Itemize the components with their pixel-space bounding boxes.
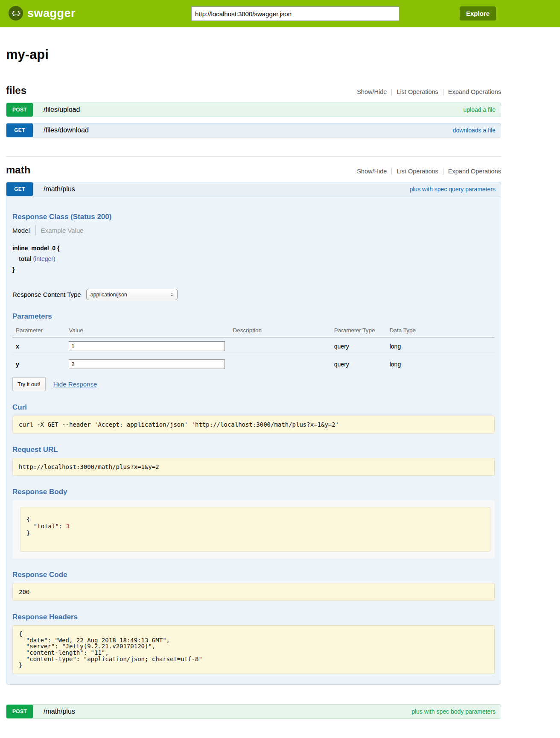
model-property-name: total bbox=[19, 255, 32, 262]
col-header-parameter-type: Parameter Type bbox=[331, 325, 386, 337]
response-headers-heading: Response Headers bbox=[12, 613, 495, 621]
post-method-badge[interactable]: POST bbox=[6, 103, 33, 117]
model-signature-open: inline_model_0 { bbox=[12, 243, 495, 254]
files-section-header: files Show/Hide List Operations Expand O… bbox=[6, 85, 501, 97]
param-data-type-cell: long bbox=[386, 337, 495, 355]
parameter-row-y: y query long bbox=[12, 355, 495, 373]
math-section-controls: Show/Hide List Operations Expand Operati… bbox=[357, 168, 501, 175]
operation-path[interactable]: /files/upload bbox=[44, 106, 80, 114]
try-it-out-button[interactable]: Try it out! bbox=[12, 377, 46, 391]
col-header-description: Description bbox=[229, 325, 330, 337]
tab-example-value[interactable]: Example Value bbox=[41, 227, 84, 234]
response-body-json: { "total": 3 } bbox=[26, 516, 484, 536]
response-body-heading: Response Body bbox=[12, 488, 495, 496]
section-divider bbox=[6, 156, 501, 157]
response-body-box: { "total": 3 } bbox=[20, 507, 490, 552]
operation-row-post-math-plus[interactable]: POST /math/plus plus with spec body para… bbox=[6, 704, 501, 719]
select-spinner-arrows-icon: ▲▼ bbox=[171, 293, 173, 297]
response-body-container: { "total": 3 } bbox=[12, 500, 495, 559]
operation-summary: plus with spec query parameters bbox=[409, 186, 496, 193]
post-method-badge[interactable]: POST bbox=[6, 705, 33, 718]
math-expand-operations-link[interactable]: Expand Operations bbox=[448, 168, 501, 175]
operation-summary: upload a file bbox=[463, 106, 496, 113]
response-headers-json: { "date": "Wed, 22 Aug 2018 18:49:13 GMT… bbox=[19, 631, 488, 668]
operation-row-get-files-download[interactable]: GET /files/download downloads a file bbox=[6, 123, 501, 138]
curl-command: curl -X GET --header 'Accept: applicatio… bbox=[19, 421, 488, 428]
files-list-operations-link[interactable]: List Operations bbox=[397, 88, 438, 95]
json-open-brace: { bbox=[26, 516, 30, 523]
operation-row-post-files-upload[interactable]: POST /files/upload upload a file bbox=[6, 102, 501, 117]
content-wrap: my-api files Show/Hide List Operations E… bbox=[6, 47, 501, 738]
param-description-cell bbox=[229, 337, 330, 355]
math-show-hide-link[interactable]: Show/Hide bbox=[357, 168, 387, 175]
param-y-value-input[interactable] bbox=[69, 359, 225, 369]
operation-summary: plus with spec body parameters bbox=[411, 708, 496, 715]
response-content-type-value: application/json bbox=[90, 292, 127, 298]
math-list-operations-link[interactable]: List Operations bbox=[397, 168, 438, 175]
response-content-type-label: Response Content Type bbox=[12, 291, 81, 298]
model-property-type: (integer) bbox=[33, 255, 55, 262]
spec-url-input[interactable] bbox=[191, 6, 400, 21]
math-section-header: math Show/Hide List Operations Expand Op… bbox=[6, 164, 501, 176]
get-method-badge[interactable]: GET bbox=[6, 123, 33, 137]
files-expand-operations-link[interactable]: Expand Operations bbox=[448, 88, 501, 95]
operation-summary: downloads a file bbox=[453, 127, 496, 134]
model-signature: inline_model_0 { total (integer) } bbox=[12, 243, 495, 275]
request-url: http://localhost:3000/math/plus?x=1&y=2 bbox=[19, 463, 488, 470]
curl-heading: Curl bbox=[12, 403, 495, 412]
link-separator bbox=[391, 89, 392, 95]
get-method-badge[interactable]: GET bbox=[6, 182, 33, 196]
response-code: 200 bbox=[19, 589, 488, 595]
link-separator bbox=[391, 168, 392, 175]
explore-button[interactable]: Explore bbox=[460, 6, 496, 20]
response-code-heading: Response Code bbox=[12, 571, 495, 579]
response-code-box: 200 bbox=[12, 583, 495, 601]
response-class-heading: Response Class (Status 200) bbox=[12, 213, 495, 221]
header-bar: {…} swagger Explore bbox=[0, 0, 560, 27]
try-it-out-row: Try it out! Hide Response bbox=[12, 377, 495, 391]
tab-model[interactable]: Model bbox=[12, 227, 30, 234]
model-signature-close: } bbox=[12, 264, 495, 275]
parameter-row-x: x query long bbox=[12, 337, 495, 355]
response-headers-box: { "date": "Wed, 22 Aug 2018 18:49:13 GMT… bbox=[12, 625, 495, 674]
param-name: x bbox=[12, 337, 65, 355]
math-section-title: math bbox=[6, 164, 30, 176]
tab-divider bbox=[35, 225, 36, 235]
request-url-heading: Request URL bbox=[12, 445, 495, 454]
parameters-header-row: Parameter Value Description Parameter Ty… bbox=[12, 325, 495, 337]
parameters-table: Parameter Value Description Parameter Ty… bbox=[12, 325, 495, 373]
response-content-type-row: Response Content Type application/json ▲… bbox=[12, 289, 495, 300]
request-url-box: http://localhost:3000/math/plus?x=1&y=2 bbox=[12, 458, 495, 476]
json-close-brace: } bbox=[26, 530, 30, 536]
files-section-title: files bbox=[6, 85, 26, 97]
operation-path[interactable]: /math/plus bbox=[44, 185, 75, 193]
param-name: y bbox=[12, 355, 65, 373]
param-description-cell bbox=[229, 355, 330, 373]
param-type-cell: query bbox=[331, 337, 386, 355]
json-total-value: 3 bbox=[66, 523, 70, 530]
col-header-parameter: Parameter bbox=[12, 325, 65, 337]
operation-path[interactable]: /math/plus bbox=[44, 708, 75, 715]
swagger-logo: {…} swagger bbox=[9, 6, 76, 20]
json-total-key: "total": bbox=[26, 523, 66, 530]
operation-detail-panel: Response Class (Status 200) Model Exampl… bbox=[6, 196, 501, 685]
model-tabs: Model Example Value bbox=[12, 225, 495, 235]
col-header-value: Value bbox=[65, 325, 229, 337]
swagger-braces-icon: {…} bbox=[9, 6, 23, 20]
operation-path[interactable]: /files/download bbox=[44, 126, 89, 134]
parameters-heading: Parameters bbox=[12, 312, 495, 321]
hide-response-link[interactable]: Hide Response bbox=[53, 381, 97, 388]
param-type-cell: query bbox=[331, 355, 386, 373]
param-x-value-input[interactable] bbox=[69, 341, 225, 351]
response-content-type-select[interactable]: application/json ▲▼ bbox=[86, 289, 178, 300]
param-data-type-cell: long bbox=[386, 355, 495, 373]
curl-command-box: curl -X GET --header 'Accept: applicatio… bbox=[12, 416, 495, 433]
model-property-row: total (integer) bbox=[12, 254, 495, 264]
files-show-hide-link[interactable]: Show/Hide bbox=[357, 88, 387, 95]
col-header-data-type: Data Type bbox=[386, 325, 495, 337]
page-title: my-api bbox=[6, 47, 501, 62]
link-separator bbox=[443, 89, 443, 95]
operation-row-get-math-plus[interactable]: GET /math/plus plus with spec query para… bbox=[6, 182, 501, 196]
brand-name: swagger bbox=[27, 7, 76, 20]
link-separator bbox=[443, 168, 443, 175]
